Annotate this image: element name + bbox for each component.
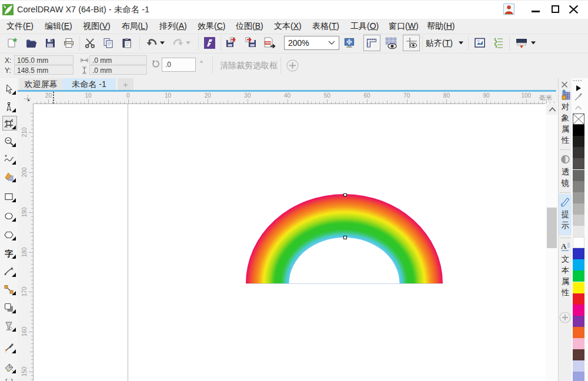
- svg-text:PDF: PDF: [265, 41, 272, 45]
- svg-text:A: A: [561, 242, 567, 250]
